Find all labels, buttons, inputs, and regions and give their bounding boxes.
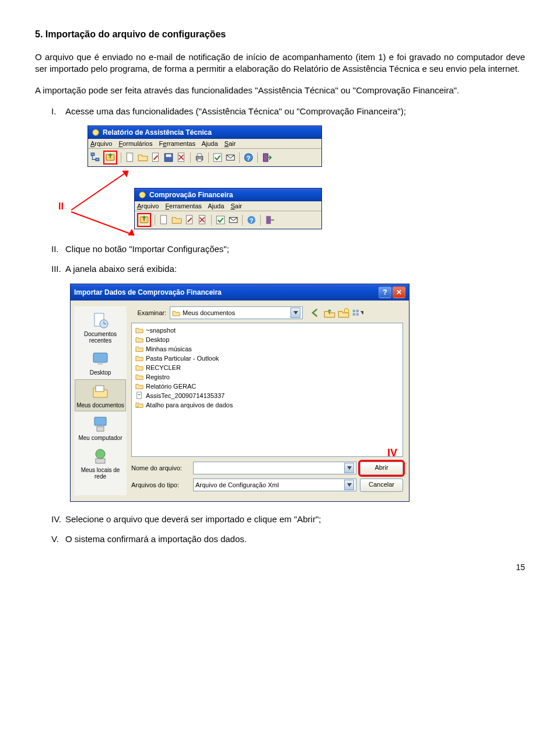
import-button-highlight	[103, 151, 117, 165]
back-icon[interactable]	[310, 307, 321, 319]
svg-rect-35	[98, 362, 103, 365]
file-item[interactable]: Relatório GERAC	[135, 382, 399, 391]
svg-rect-5	[91, 153, 94, 156]
close-button[interactable]: ✕	[393, 287, 405, 298]
figure-apps: II Relatório de Assistência Técnica AArq…	[88, 125, 525, 229]
send-icon[interactable]	[228, 215, 239, 225]
help-icon[interactable]: ?	[243, 152, 254, 163]
svg-rect-44	[356, 309, 359, 312]
file-item[interactable]: RECYCLER	[135, 363, 399, 372]
menu-sair[interactable]: Sair	[230, 202, 242, 209]
tree-icon[interactable]	[90, 152, 101, 163]
annotation-label-IV: IV	[387, 447, 397, 459]
svg-point-39	[96, 449, 105, 459]
dropdown-arrow-icon[interactable]	[344, 463, 354, 473]
validate-icon[interactable]	[212, 152, 223, 163]
menu-ajuda[interactable]: Ajuda	[208, 202, 224, 209]
place-mydocs[interactable]: Meus documentos	[75, 379, 126, 411]
help-icon[interactable]: ?	[246, 215, 257, 225]
svg-rect-43	[353, 309, 355, 312]
step-IV: IV.Selecione o arquivo que deverá ser im…	[51, 514, 525, 525]
print-icon[interactable]	[194, 152, 205, 163]
svg-rect-34	[93, 353, 107, 362]
titlebar-comprovacao: Comprovação Financeira	[135, 188, 321, 201]
validate-icon[interactable]	[215, 215, 226, 225]
edit-doc-icon[interactable]	[150, 152, 161, 163]
svg-rect-40	[96, 459, 105, 463]
menu-arquivo[interactable]: AArquivorquivo	[90, 140, 112, 147]
menu-sair[interactable]: Sair	[225, 140, 236, 147]
places-bar: Documentos recentes Desktop Meus documen…	[74, 306, 127, 495]
svg-point-4	[93, 130, 99, 136]
cancel-button[interactable]: Cancelar	[360, 478, 403, 492]
open-button[interactable]: Abrir	[360, 462, 403, 475]
views-icon[interactable]	[352, 307, 363, 319]
open-folder-icon[interactable]	[172, 215, 182, 225]
delete-icon[interactable]	[197, 215, 208, 225]
step-IV-num: IV.	[51, 514, 65, 525]
file-item[interactable]: Minhas músicas	[135, 344, 399, 354]
examinar-combo[interactable]: Meus documentos	[170, 306, 303, 319]
new-doc-icon[interactable]	[159, 215, 169, 225]
place-network[interactable]: Meus locais de rede	[75, 445, 125, 482]
menu-ajuda[interactable]: Ajuda	[201, 140, 218, 147]
place-recent[interactable]: Documentos recentes	[75, 309, 125, 346]
svg-text:?: ?	[247, 155, 251, 162]
step-III-text: A janela abaixo será exibida:	[65, 264, 177, 274]
place-label: Meu computador	[78, 435, 122, 441]
svg-rect-37	[94, 417, 106, 425]
svg-rect-16	[198, 159, 202, 162]
save-icon[interactable]	[163, 152, 174, 163]
file-item[interactable]: Desktop	[135, 335, 399, 344]
paragraph-2: A importação pode ser feita através das …	[35, 85, 525, 96]
filename-combo[interactable]	[193, 462, 356, 474]
annotation-label-II: II	[58, 201, 64, 212]
dropdown-arrow-icon[interactable]	[290, 308, 300, 318]
menu-ferramentas[interactable]: Ferramentas	[159, 140, 195, 147]
svg-rect-45	[353, 313, 355, 315]
svg-rect-15	[198, 153, 202, 156]
file-item[interactable]: AssisTec_20090714135337	[135, 391, 399, 400]
menubar-relatorio: AArquivorquivo Formulários Ferramentas A…	[88, 139, 321, 149]
exit-icon[interactable]	[264, 215, 275, 225]
toolbar-relatorio: ?	[88, 149, 321, 166]
svg-marker-47	[360, 311, 363, 315]
window-title-text: Comprovação Financeira	[149, 191, 233, 199]
titlebar-relatorio: Relatório de Assistência Técnica	[88, 126, 321, 139]
file-item[interactable]: Registro	[135, 372, 399, 382]
menu-formularios[interactable]: Formulários	[118, 140, 152, 147]
file-item[interactable]: Atalho para arquivos de dados	[135, 400, 399, 410]
menu-ferramentas[interactable]: Ferramentas	[165, 202, 201, 209]
edit-doc-icon[interactable]	[184, 215, 195, 225]
svg-line-2	[71, 212, 134, 235]
dropdown-arrow-icon[interactable]	[344, 480, 354, 490]
app-icon	[138, 191, 146, 199]
import-config-icon[interactable]	[105, 152, 116, 162]
exit-icon[interactable]	[261, 152, 272, 163]
open-folder-icon[interactable]	[138, 152, 148, 163]
svg-rect-24	[160, 215, 166, 224]
file-item[interactable]: Pasta Particular - Outlook	[135, 354, 399, 363]
new-doc-icon[interactable]	[125, 152, 135, 163]
up-folder-icon[interactable]	[324, 307, 335, 319]
file-list[interactable]: ~snapshot Desktop Minhas músicas Pasta P…	[131, 323, 403, 457]
step-IV-text: Selecione o arquivo que deverá ser impor…	[65, 514, 321, 524]
file-item[interactable]: ~snapshot	[135, 326, 399, 335]
help-button[interactable]: ?	[379, 287, 391, 298]
svg-rect-31	[266, 216, 271, 224]
filetype-combo[interactable]: Arquivo de Configuração Xml	[193, 478, 356, 491]
step-I: I.Acesse uma das funcionalidades ("Assis…	[51, 106, 525, 117]
svg-rect-17	[214, 153, 222, 162]
place-desktop[interactable]: Desktop	[75, 347, 125, 378]
filetype-value: Arquivo de Configuração Xml	[195, 481, 279, 488]
import-dialog: Importar Dados de Comprovação Financeira…	[70, 284, 410, 502]
place-mycomputer[interactable]: Meu computador	[75, 413, 125, 443]
filetype-label: Arquivos do tipo:	[131, 481, 190, 488]
send-icon[interactable]	[225, 152, 236, 163]
toolbar-comprovacao: ?	[135, 211, 321, 229]
svg-rect-12	[166, 154, 172, 157]
new-folder-icon[interactable]	[338, 307, 349, 319]
step-V-text: O sistema confirmará a importação dos da…	[65, 534, 247, 544]
step-II-num: II.	[51, 243, 65, 255]
delete-icon[interactable]	[176, 152, 187, 163]
